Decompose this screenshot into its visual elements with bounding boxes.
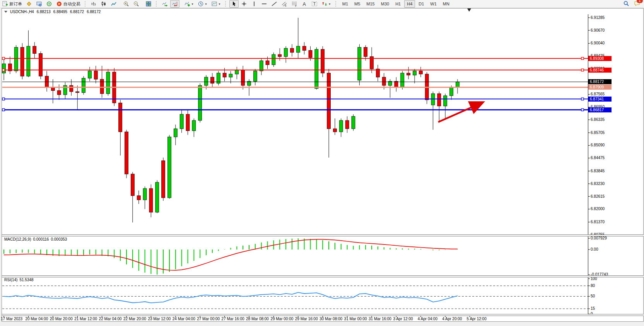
time-tick-label: 20 Mar 04:00 [25,317,48,321]
rsi-name: RSI(14) [4,278,17,282]
chart-close-value: 6.88172 [87,10,101,14]
macd-label: MACD(12,26,9)0.0001160.000353 [4,237,69,241]
price-tick-label: 6.82000 [591,207,605,211]
time-tick-label: 22 Mar 20:00 [123,317,146,321]
time-tick-label: 29 Mar 16:00 [295,317,318,321]
price-tick-label: 6.83845 [591,169,605,173]
time-tick-label: 30 Mar 08:00 [319,317,342,321]
panel-separator-macd[interactable] [2,234,644,236]
chart-high-value: 6.88495 [53,10,67,14]
time-tick-label: 31 Mar 16:00 [369,317,391,321]
price-tick-label: 6.91285 [591,15,605,20]
macd-signal-value: 0.000353 [51,237,67,241]
macd-tick-label: 0.007929 [591,236,607,240]
rsi-tick-label: 15 [591,306,595,311]
price-tick-label: 6.83230 [591,182,605,186]
time-tick-label: 4 Apr 04:00 [418,317,437,321]
price-tick-label: 6.82615 [591,194,605,199]
price-tick-label: 6.81370 [591,220,605,224]
current-price-badge[interactable]: 6.88172 [588,79,612,84]
chart-menu-icon[interactable] [4,11,7,13]
time-tick-label: 21 Mar 12:00 [74,317,97,321]
horizontal-level-lines [2,57,588,111]
level-price-badge[interactable]: 6.89308 [588,56,612,61]
level-price-badge[interactable]: 6.87909 [588,85,612,90]
chart-symbol-period: USDCNH-,H4 [10,10,34,14]
time-tick-label: 17 Mar 2023 [1,317,22,321]
price-tick-label: 6.85090 [591,143,605,147]
chart-shift-marker [467,8,471,12]
price-tick-label: 6.84475 [591,156,605,160]
candlestick-series [2,18,460,222]
macd-tick-label: 0.00 [591,247,598,251]
time-tick-label: 27 Mar 16:00 [222,317,244,321]
time-tick-label: 27 Mar 00:00 [197,317,220,321]
chart-title-bar: USDCNH-,H4 6.88213 6.88495 6.88172 6.881… [4,10,103,14]
time-tick-label: 3 Apr 12:00 [393,317,413,321]
rsi-label: RSI(14)51.5348 [4,278,36,282]
time-tick-label: 20 Mar 20:00 [50,317,73,321]
macd-main-value: 0.000116 [33,237,49,241]
level-price-badge[interactable]: 6.87341 [588,97,612,102]
rsi-tick-label: 50 [591,294,595,298]
panel-separator-timeaxis[interactable] [2,314,644,316]
axis-tick-marks [4,18,590,317]
time-tick-label: 4 Apr 20:00 [442,317,462,321]
time-tick-label: 29 Mar 00:00 [270,317,293,321]
price-tick-label: 6.85705 [591,131,605,135]
macd-name: MACD(12,26,9) [4,237,31,241]
rsi-panel-series [2,286,588,309]
price-tick-label: 6.90040 [591,41,605,45]
rsi-value: 51.5348 [19,278,33,282]
time-tick-label: 28 Mar 08:00 [246,317,269,321]
level-price-badge[interactable]: 6.86817 [588,107,612,112]
time-tick-label: 23 Mar 12:00 [148,317,171,321]
price-tick-label: 6.90670 [591,28,605,32]
chart-open-value: 6.88213 [37,10,51,14]
time-tick-label: 22 Mar 04:00 [99,317,122,321]
level-price-badge[interactable]: 6.88746 [588,68,612,73]
price-tick-label: 6.87565 [591,92,605,96]
time-tick-label: 31 Mar 00:00 [344,317,367,321]
time-tick-label: 5 Apr 12:00 [467,317,487,321]
chart-low-value: 6.88172 [70,10,84,14]
panel-separator-rsi[interactable] [2,275,644,277]
price-tick-label: 6.86335 [591,117,605,122]
macd-panel-series [4,238,458,275]
rsi-tick-label: 80 [591,284,595,288]
time-tick-label: 24 Mar 04:00 [173,317,195,321]
